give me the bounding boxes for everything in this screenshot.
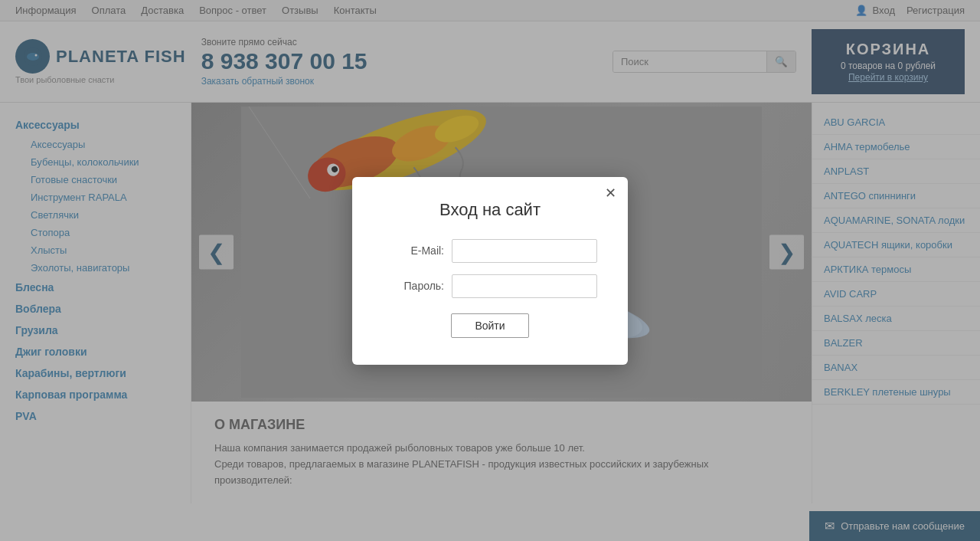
password-field-row: Пароль: [383,274,597,298]
login-button[interactable]: Войти [451,313,528,338]
modal-button-row: Войти [383,313,597,338]
password-input[interactable] [452,274,597,298]
email-label: E-Mail: [383,244,444,257]
email-input[interactable] [452,239,597,263]
password-label: Пароль: [383,280,444,292]
login-modal: ✕ Вход на сайт E-Mail: Пароль: Войти [352,177,628,365]
email-field-row: E-Mail: [383,239,597,263]
modal-close-button[interactable]: ✕ [605,185,616,202]
modal-title: Вход на сайт [383,200,597,220]
modal-overlay: ✕ Вход на сайт E-Mail: Пароль: Войти [0,0,980,503]
